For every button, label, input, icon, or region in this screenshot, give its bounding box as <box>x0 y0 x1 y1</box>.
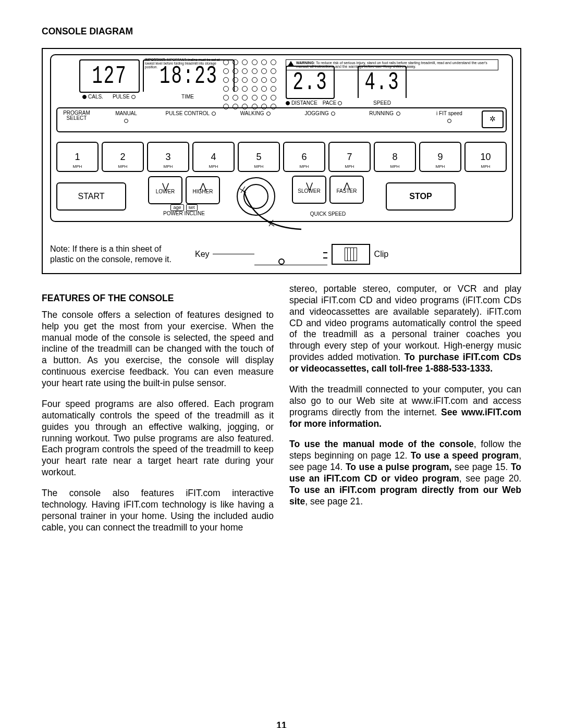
speed-preset-row: 1MPH 2MPH 3MPH 4MPH 5MPH 6MPH 7MPH 8MPH … <box>56 142 507 172</box>
console-panel: 127 18:23 CALS. PULSE TIME IMPORTANT: IM… <box>50 54 513 222</box>
age-button[interactable]: age <box>170 204 183 211</box>
speed-3-button[interactable]: 3MPH <box>147 142 189 172</box>
lcd-speed-value: 4.3 <box>364 67 399 98</box>
chevron-up-icon: ⋀ <box>344 184 350 188</box>
paragraph: The console offers a selection of featur… <box>42 310 274 389</box>
speed-6-button[interactable]: 6MPH <box>283 142 325 172</box>
paragraph: To use the manual mode of the console, f… <box>289 439 521 507</box>
lcd-distance: 2.3 <box>286 66 335 99</box>
heading-console-diagram: CONSOLE DIAGRAM <box>42 26 521 38</box>
speed-9-button[interactable]: 9MPH <box>419 142 461 172</box>
safety-key-slot[interactable] <box>237 177 275 216</box>
lcd-distance-value: 2.3 <box>292 67 327 98</box>
speed-8-button[interactable]: 8MPH <box>374 142 416 172</box>
label-speed: SPEED <box>373 100 391 107</box>
chevron-down-icon: ⋁ <box>162 184 169 189</box>
label-power-incline: POWER INCLINE <box>148 211 220 217</box>
control-row: START ⋁ LOWER ⋀ HIGHER age set <box>56 180 507 213</box>
label-distance: DISTANCE <box>291 100 317 107</box>
label-time: TIME <box>181 94 194 101</box>
label-pace: PACE <box>323 100 337 107</box>
speed-7-button[interactable]: 7MPH <box>328 142 371 172</box>
console-note: Note: If there is a thin sheet of plasti… <box>50 244 186 265</box>
stop-button[interactable]: STOP <box>386 182 456 211</box>
body-columns: FEATURES OF THE CONSOLE The console offe… <box>42 283 521 543</box>
incline-lower-button[interactable]: ⋁ LOWER <box>148 176 182 204</box>
speed-5-button[interactable]: 5MPH <box>238 142 280 172</box>
mode-manual[interactable]: MANUAL <box>94 110 158 125</box>
label-quick-speed: QUICK SPEED <box>292 211 364 218</box>
chevron-down-icon: ⋁ <box>306 184 313 188</box>
fan-icon: ✲ <box>489 115 496 124</box>
speed-slower-button[interactable]: ⋁ SLOWER <box>292 176 326 204</box>
console-diagram: 127 18:23 CALS. PULSE TIME IMPORTANT: IM… <box>42 48 521 274</box>
lcd-cals: 127 <box>79 59 140 93</box>
label-key: Key <box>195 249 210 260</box>
paragraph: stereo, portable stereo, computer, or VC… <box>289 283 521 375</box>
important-note: IMPORTANT: IMPORTANT: Incline must be se… <box>145 58 223 69</box>
paragraph: The console also features iFIT.com inter… <box>42 488 274 534</box>
lcd-cals-value: 127 <box>92 60 127 92</box>
paragraph: With the treadmill connected to your com… <box>289 384 521 430</box>
speed-4-button[interactable]: 4MPH <box>192 142 235 172</box>
set-button[interactable]: set <box>186 204 198 211</box>
fan-button[interactable]: ✲ <box>482 110 504 128</box>
speed-faster-button[interactable]: ⋀ FASTER <box>329 176 364 204</box>
mode-jogging[interactable]: JOGGING <box>288 110 352 117</box>
speed-10-button[interactable]: 10MPH <box>464 142 507 172</box>
label-cals: CALS. <box>88 94 103 101</box>
led-matrix <box>223 59 276 113</box>
speed-2-button[interactable]: 2MPH <box>102 142 144 172</box>
lcd-speed: 4.3 <box>358 66 407 98</box>
heading-features: FEATURES OF THE CONSOLE <box>42 293 274 304</box>
label-clip: Clip <box>374 249 389 260</box>
clip-icon <box>332 244 370 265</box>
page-number: 11 <box>42 720 521 729</box>
mode-walking[interactable]: WALKING <box>223 110 288 117</box>
mode-pulse-control[interactable]: PULSE CONTROL <box>158 110 223 117</box>
incline-higher-button[interactable]: ⋀ HIGHER <box>186 176 220 204</box>
label-pulse: PULSE <box>113 94 130 101</box>
mode-row: PROGRAMSELECT MANUAL PULSE CONTROL WALKI… <box>56 107 507 132</box>
mode-ifit-speed[interactable]: i FIT speed <box>417 110 482 125</box>
chevron-up-icon: ⋀ <box>200 184 206 189</box>
speed-1-button[interactable]: 1MPH <box>56 142 99 172</box>
start-button[interactable]: START <box>56 182 126 211</box>
program-select-label: PROGRAMSELECT <box>59 110 94 121</box>
paragraph: Four speed programs are also offered. Ea… <box>42 399 274 478</box>
mode-running[interactable]: RUNNING <box>352 110 417 117</box>
